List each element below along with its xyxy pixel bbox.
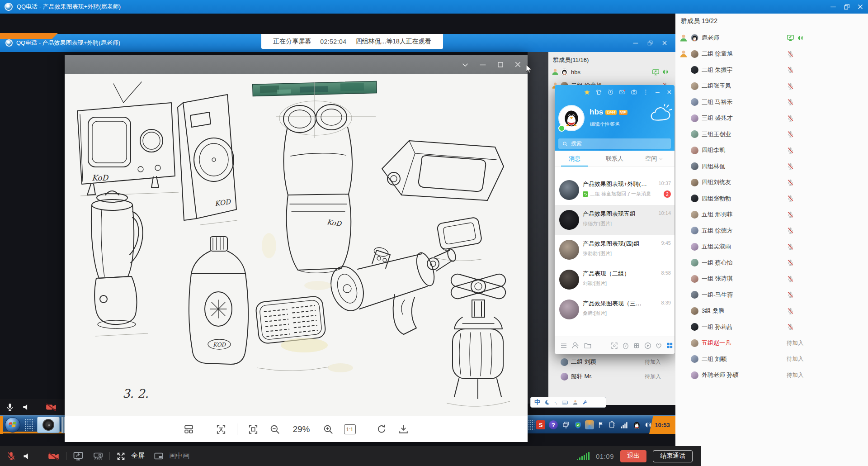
pip-icon[interactable] [152,446,165,466]
main-menu-icon[interactable] [559,341,569,351]
member-row[interactable]: 扈老师 待加入 [675,30,868,46]
taskbar-app-button[interactable] [37,417,60,433]
conversation-row[interactable]: 产品表现（二组） 8:58 刘颖:[图片] [555,265,675,295]
zoom-in-icon[interactable] [322,423,334,435]
more-menu-icon[interactable] [642,89,649,95]
mic-muted-button[interactable] [5,446,18,466]
member-row[interactable]: 一组-马生蓉 待加入 [675,287,868,303]
member-row[interactable]: 四组刘统友 待加入 [675,175,868,191]
camera-icon[interactable] [631,89,637,95]
search-input[interactable]: 搜索 [558,138,671,149]
zoom-out-icon[interactable] [269,423,281,435]
inner-member-row-host[interactable]: hbs [551,67,673,77]
tab-space[interactable]: 空间 [635,151,675,166]
member-row[interactable]: 外聘老师 孙硕 待加入 [675,367,868,384]
weather-cloud-icon[interactable] [648,104,672,124]
member-row[interactable]: 五组吴淑雨 待加入 [675,239,868,255]
ime-punctuation-icon[interactable]: ·, [554,399,557,405]
inner-minimize-button[interactable] [630,38,641,48]
conversation-row[interactable]: 产品效果图表现（三组） 8:39 桑腾:[图片] [555,295,675,324]
speaker-button[interactable] [20,446,33,466]
flag-tray-icon[interactable] [597,420,606,429]
ime-keyboard-icon[interactable] [561,399,568,406]
show-window-tray-icon[interactable] [561,420,571,429]
projector-button[interactable] [90,446,106,466]
outer-close-button[interactable] [854,0,867,14]
inner-member-row-pending1[interactable]: 二组 刘颖 待加入 [551,357,673,367]
security-shield-tray-icon[interactable] [573,420,582,429]
qq-penguin-tray-icon[interactable] [632,420,641,429]
favorite-star-icon[interactable] [584,89,590,95]
member-row[interactable]: 五组赵一凡 待加入 [675,335,868,352]
start-button[interactable] [5,417,20,433]
inner-member-row-pending2[interactable]: 懿轩 Mr. 待加入 [551,371,673,382]
sogou-tray-icon[interactable]: S [536,420,545,429]
chat-minimize-button[interactable] [654,89,661,95]
video-play-icon[interactable] [643,341,652,351]
conversation-row[interactable]: 产品效果图表现(四)组 9:45 张勃勃:[图片] [555,235,675,265]
outer-minimize-button[interactable] [826,0,840,14]
viewer-collapse-button[interactable] [459,55,471,74]
viewer-maximize-button[interactable] [494,55,506,74]
fullscreen-icon[interactable] [114,446,127,466]
alarm-icon[interactable] [607,89,614,95]
member-row[interactable]: 3组 桑腾 待加入 [675,303,868,319]
ime-person-icon[interactable] [572,399,578,405]
member-row[interactable]: 二组 徐童旭 待加入 [675,46,868,62]
qq-show-icon[interactable] [621,341,630,351]
conversation-row[interactable]: 产品效果图表现+外聘(扈老师) 10:37 二组 徐童旭撤回了一条消息 2 [555,175,675,205]
app-grid-icon[interactable] [665,341,675,351]
fullscreen-label[interactable]: 全屏 [131,452,145,460]
exit-button[interactable]: 退出 [620,450,646,462]
inner-close-button[interactable] [659,38,670,48]
clipboard-tray-icon[interactable] [608,420,617,429]
mic-icon[interactable] [5,403,14,412]
care-heart-icon[interactable] [654,341,664,351]
game-clover-icon[interactable] [632,341,642,351]
file-manager-icon[interactable] [583,341,593,351]
ime-wrench-icon[interactable] [582,399,588,405]
tab-messages[interactable]: 消息 [555,151,594,166]
member-row[interactable]: 三组 马裕禾 待加入 [675,94,868,110]
camera-off-icon[interactable] [45,401,57,413]
member-row[interactable]: 二组 朱振宇 待加入 [675,62,868,78]
mail-icon[interactable] [619,89,626,95]
member-row[interactable]: 四组李凯 待加入 [675,143,868,159]
taskbar-clock[interactable]: 10:53 [649,416,675,434]
fit-screen-icon[interactable] [247,423,259,435]
sketch-image[interactable]: KoD KOD [65,74,528,416]
member-row[interactable]: 三组王创业 待加入 [675,126,868,143]
member-row[interactable]: 二组 刘颖 待加入 [675,351,868,367]
share-screen-button[interactable] [71,446,86,466]
member-row[interactable]: 一组 蔡心怡 待加入 [675,255,868,271]
member-row[interactable]: 四组林侃 待加入 [675,158,868,175]
layout-grid-icon[interactable] [183,423,195,435]
chat-close-button[interactable] [666,89,673,95]
conversation-row[interactable]: 产品效果图表现五组 10:14 徐德方:[图片] [555,205,675,235]
ime-mode-indicator[interactable]: 中 [534,398,540,406]
camera-off-button[interactable] [45,446,61,466]
download-icon[interactable] [398,423,410,435]
speaker-icon[interactable] [22,403,31,412]
member-row[interactable]: 五组 徐德方 待加入 [675,223,868,239]
member-row[interactable]: 四组张勃勃 待加入 [675,190,868,207]
viewer-minimize-button[interactable] [476,55,489,74]
member-row[interactable]: 二组张玉凤 待加入 [675,78,868,95]
ime-moon-icon[interactable] [544,399,550,405]
member-row[interactable]: 三组 盛兆才 待加入 [675,110,868,127]
rotate-icon[interactable] [376,423,388,435]
help-tray-icon[interactable]: ? [549,420,558,429]
extract-text-icon[interactable] [215,423,227,435]
browser-tray-icon[interactable] [585,420,594,429]
viewer-close-button[interactable] [512,55,524,74]
screenshot-frame-icon[interactable] [610,341,619,351]
member-row[interactable]: 五组 邢羽菲 待加入 [675,207,868,223]
member-row[interactable]: 一组 孙莉茜 待加入 [675,319,868,335]
pip-label[interactable]: 画中画 [169,452,189,460]
tab-contacts[interactable]: 联系人 [594,151,634,166]
end-call-button[interactable]: 结束通话 [653,450,693,462]
inner-restore-button[interactable] [645,38,656,48]
signature-link[interactable]: 编辑个性签名 [590,121,620,128]
outer-restore-button[interactable] [840,0,854,14]
actual-size-icon[interactable]: 1:1 [344,424,356,434]
